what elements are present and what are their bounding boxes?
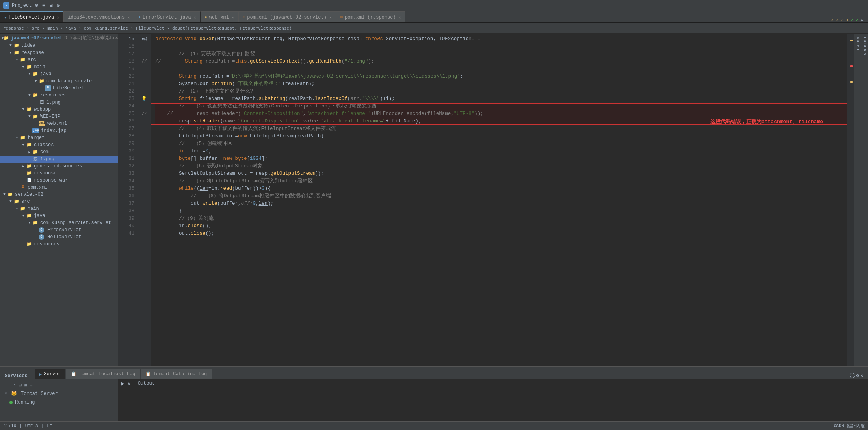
database-panel[interactable]: Database bbox=[861, 34, 868, 366]
up-icon[interactable]: ↑ bbox=[13, 382, 17, 388]
war-icon: 📄 bbox=[26, 178, 32, 183]
maven-panel[interactable]: Maven bbox=[854, 34, 861, 366]
line-num-27: 27 bbox=[118, 125, 138, 133]
tree-item-com[interactable]: ▶ 📁 com bbox=[0, 148, 118, 156]
close-icon[interactable]: ✕ bbox=[329, 15, 332, 20]
add-icon[interactable]: ⊕ bbox=[34, 1, 39, 9]
tree-item-generated[interactable]: ▶ 📁 generated-sources bbox=[0, 163, 118, 170]
tab-catalina-log[interactable]: 📋 Tomcat Catalina Log bbox=[141, 369, 212, 379]
folder-icon: 📁 bbox=[32, 149, 39, 155]
gutter-item bbox=[138, 80, 151, 88]
code-line-24: // （3）设置想办法让浏览器能支持(Content-Disposition)下… bbox=[155, 103, 847, 110]
tree-item-resources[interactable]: ▼ 📁 resources bbox=[0, 92, 118, 99]
add-service-icon[interactable]: + bbox=[2, 382, 6, 388]
code-line-34: // （7）将FileOutputStream流写入到buffer缓冲区 bbox=[155, 178, 847, 185]
tree-item-java[interactable]: ▼ 📁 java bbox=[0, 70, 118, 78]
tree-item-javaweb[interactable]: ▼ 📁 javaweb-02-servlet D:\学习笔记\狂神说Java\j… bbox=[0, 34, 118, 42]
project-label[interactable]: Project bbox=[12, 3, 32, 8]
tree-item-idea[interactable]: ▼ 📁 .idea bbox=[0, 42, 118, 49]
folder-icon: 📁 bbox=[39, 78, 45, 84]
close-icon[interactable]: ✕ bbox=[57, 15, 59, 20]
running-item[interactable]: Running bbox=[0, 398, 118, 407]
line-num-39: 39 bbox=[118, 215, 138, 222]
status-right: CSDN @星~闪耀 bbox=[834, 423, 865, 429]
gutter-bulb-icon[interactable]: 💡 bbox=[138, 95, 151, 103]
tree-item-pomxml[interactable]: m pom.xml bbox=[0, 184, 118, 191]
tab-localhost-log[interactable]: 📋 Tomcat Localhost Log bbox=[66, 369, 140, 379]
group-icon[interactable]: ⊞ bbox=[24, 382, 27, 388]
tree-item-helloservlet[interactable]: C HelloServlet bbox=[0, 234, 118, 241]
jsp-icon: jsp bbox=[32, 128, 39, 133]
code-line-36: // （8）将OutputStream将缓冲区中的数据输出到客户端 bbox=[155, 193, 847, 200]
tree-item-webxml[interactable]: xml web.xml bbox=[0, 120, 118, 127]
play-icon[interactable]: ▶ bbox=[121, 380, 125, 387]
tree-item-servlet02-java[interactable]: ▼ 📁 java bbox=[0, 212, 118, 219]
tree-item-errorservlet[interactable]: C ErrorServlet bbox=[0, 226, 118, 234]
tree-item-classes[interactable]: ▼ 📁 classes bbox=[0, 141, 118, 148]
tree-item-servlet02-com[interactable]: ▼ 📁 com.kuang.servlet.servlet bbox=[0, 219, 118, 226]
code-line-23: String fileName = realPath. substring (r… bbox=[155, 95, 847, 103]
tab-pom2[interactable]: m pom.xml (response) ✕ bbox=[336, 11, 405, 22]
tab-server[interactable]: ▶ Server bbox=[35, 369, 66, 379]
line-num-23: 23 bbox=[118, 95, 138, 103]
line-num-30: 30 bbox=[118, 148, 138, 155]
tab-webxml[interactable]: ● web.xml ✕ bbox=[201, 11, 238, 22]
gutter-item bbox=[138, 103, 151, 110]
tree-item-servlet02-main[interactable]: ▼ 📁 main bbox=[0, 205, 118, 212]
arrow-icon bbox=[39, 86, 45, 90]
tree-item-servlet02[interactable]: ▼ 📁 servlet-02 bbox=[0, 191, 118, 198]
tab-webxml-label: web.xml bbox=[209, 15, 229, 20]
list-icon[interactable]: ≡ bbox=[41, 2, 46, 9]
running-dot bbox=[9, 401, 13, 404]
expand-icon[interactable]: ∧ bbox=[861, 17, 863, 22]
arrow-icon bbox=[20, 242, 26, 246]
tree-item-target[interactable]: ▼ 📁 target bbox=[0, 134, 118, 141]
settings-icon[interactable]: ⚙ bbox=[856, 373, 859, 379]
tree-item-fileservlet[interactable]: C FileServlet bbox=[0, 85, 118, 92]
minimize-icon[interactable]: — bbox=[63, 2, 68, 9]
expand-panel-icon[interactable]: ⛶ bbox=[850, 373, 855, 379]
status-info: 41:16 bbox=[3, 424, 16, 428]
gutter-item bbox=[138, 170, 151, 178]
close-panel-icon[interactable]: ✕ bbox=[861, 373, 863, 379]
tree-item-servlet02-src[interactable]: ▼ 📁 src bbox=[0, 198, 118, 205]
close-icon[interactable]: ✕ bbox=[194, 15, 196, 20]
tree-item-1png-res[interactable]: 🖼 1.png bbox=[0, 99, 118, 106]
gutter-item bbox=[138, 193, 151, 200]
tab-fileservlet[interactable]: ● FileServlet.java ✕ bbox=[0, 11, 63, 22]
tab-pom2-label: pom.xml (response) bbox=[345, 15, 396, 20]
close-icon[interactable]: ✕ bbox=[232, 15, 234, 20]
chevron-down-icon[interactable]: ∨ bbox=[128, 380, 131, 387]
tree-item-com-servlet[interactable]: ▼ 📁 com.kuang.servlet bbox=[0, 78, 118, 85]
tree-item-src[interactable]: ▼ 📁 src bbox=[0, 56, 118, 63]
code-lines[interactable]: protected void doGet ( HttpServletReques… bbox=[151, 34, 847, 366]
tree-item-indexjsp[interactable]: jsp index.jsp bbox=[0, 127, 118, 134]
close-icon[interactable]: ✕ bbox=[127, 15, 130, 20]
tree-item-webapp[interactable]: ▼ 📁 webapp bbox=[0, 106, 118, 113]
tab-errorservlet[interactable]: ● ErrorServlet.java ✕ bbox=[134, 11, 200, 22]
tree-item-webinf[interactable]: ▼ 📁 WEB-INF bbox=[0, 113, 118, 120]
tree-item-servlet02-resources[interactable]: 📁 resources bbox=[0, 241, 118, 248]
status-bar: 41:16 | UTF-8 | LF CSDN @星~闪耀 bbox=[0, 421, 868, 430]
tree-item-response-target[interactable]: 📁 response bbox=[0, 170, 118, 177]
gutter-item bbox=[138, 73, 151, 80]
tab-server-label: Server bbox=[44, 371, 61, 377]
tree-item-response[interactable]: ▼ 📁 response bbox=[0, 49, 118, 56]
right-scrollbar[interactable] bbox=[847, 34, 854, 366]
grid-icon[interactable]: ⊞ bbox=[48, 1, 53, 9]
arrow-icon: ▼ bbox=[27, 115, 32, 119]
tab-vmoptions[interactable]: idea64.exe.vmoptions ✕ bbox=[63, 11, 134, 22]
settings-icon[interactable]: ⚙ bbox=[56, 1, 61, 9]
tree-label: src bbox=[28, 57, 36, 63]
tab-pom1[interactable]: m pom.xml (javaweb-02-servlet) ✕ bbox=[238, 11, 336, 22]
tree-item-main[interactable]: ▼ 📁 main bbox=[0, 63, 118, 70]
tree-item-1png-classes[interactable]: 🖼 1.png bbox=[0, 156, 118, 163]
tab-catalina-label: Tomcat Catalina Log bbox=[153, 371, 207, 377]
folder-icon: 📁 bbox=[13, 43, 20, 48]
tree-item-war[interactable]: 📄 response.war bbox=[0, 177, 118, 184]
tomcat-server-item[interactable]: ∨ 🐱 Tomcat Server bbox=[0, 389, 118, 398]
plus-icon[interactable]: ⊕ bbox=[30, 382, 33, 388]
filter-icon[interactable]: ⊟ bbox=[19, 382, 22, 388]
remove-service-icon[interactable]: − bbox=[8, 382, 11, 388]
close-icon[interactable]: ✕ bbox=[399, 15, 401, 20]
